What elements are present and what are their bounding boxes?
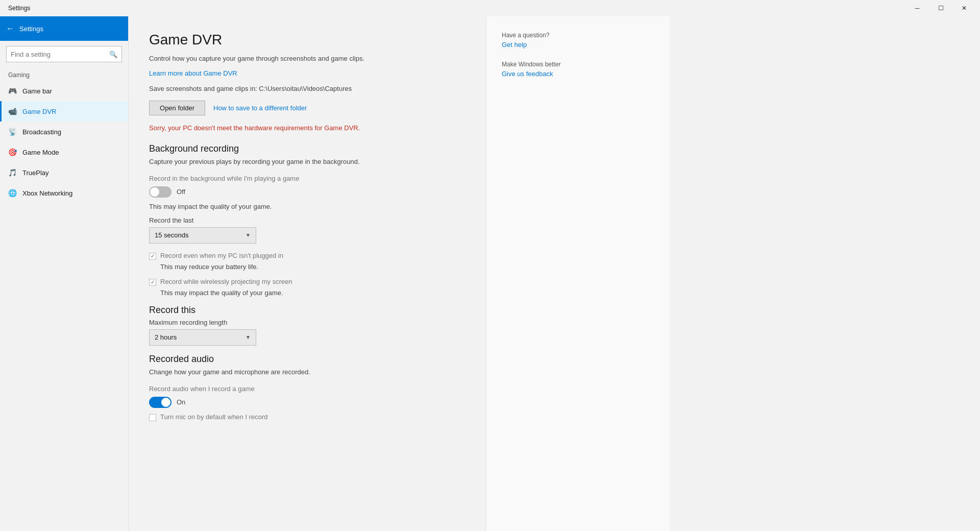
sidebar: ← Settings 🔍 Gaming 🎮 Game bar 📹 Game DV… bbox=[0, 16, 129, 531]
feedback-link[interactable]: Give us feedback bbox=[502, 70, 654, 78]
page-description: Control how you capture your game throug… bbox=[149, 54, 465, 63]
title-bar-controls: ─ ☐ ✕ bbox=[905, 0, 976, 16]
sidebar-item-game-mode[interactable]: 🎯 Game Mode bbox=[0, 142, 128, 162]
not-plugged-label: Record even when my PC isn't plugged in bbox=[160, 252, 283, 259]
broadcasting-icon: 📡 bbox=[8, 128, 16, 136]
save-path: Save screenshots and game clips in: C:\U… bbox=[149, 84, 465, 93]
folder-actions: Open folder How to save to a different f… bbox=[149, 101, 465, 115]
recorded-audio-title: Recorded audio bbox=[149, 354, 465, 365]
game-dvr-icon: 📹 bbox=[8, 107, 16, 115]
search-area: 🔍 bbox=[0, 41, 128, 67]
game-mode-icon: 🎯 bbox=[8, 148, 16, 156]
open-folder-button[interactable]: Open folder bbox=[149, 101, 205, 115]
back-button[interactable]: ← Settings bbox=[0, 16, 128, 41]
max-length-value: 2 hours bbox=[155, 333, 177, 341]
sidebar-item-label-game-mode: Game Mode bbox=[22, 149, 59, 156]
sidebar-item-game-dvr[interactable]: 📹 Game DVR bbox=[0, 101, 128, 122]
record-last-dropdown[interactable]: 15 seconds ▼ bbox=[149, 227, 256, 244]
sidebar-item-trueplay[interactable]: 🎵 TruePlay bbox=[0, 162, 128, 183]
search-icon: 🔍 bbox=[109, 51, 117, 58]
sidebar-item-label-xbox-networking: Xbox Networking bbox=[22, 189, 72, 197]
search-input[interactable] bbox=[11, 51, 109, 58]
record-audio-toggle-state: On bbox=[177, 398, 185, 406]
record-this-section: Record this Maximum recording length 2 h… bbox=[149, 305, 465, 346]
sidebar-item-xbox-networking[interactable]: 🌐 Xbox Networking bbox=[0, 183, 128, 203]
record-audio-toggle[interactable] bbox=[149, 397, 172, 408]
back-label: Settings bbox=[19, 25, 43, 33]
not-plugged-checkbox[interactable]: ✓ bbox=[149, 253, 156, 260]
record-this-title: Record this bbox=[149, 305, 465, 316]
title-bar-title: Settings bbox=[8, 5, 905, 12]
not-plugged-note: This may reduce your battery life. bbox=[160, 263, 465, 271]
wirelessly-note: This may impact the quality of your game… bbox=[160, 289, 465, 297]
background-toggle-label: Record in the background while I'm playi… bbox=[149, 175, 465, 182]
get-help-link[interactable]: Get help bbox=[502, 41, 654, 49]
max-length-chevron-icon: ▼ bbox=[246, 334, 251, 340]
record-audio-toggle-label: Record audio when I record a game bbox=[149, 385, 465, 393]
max-length-label: Maximum recording length bbox=[149, 319, 465, 326]
background-toggle-row: Off bbox=[149, 186, 465, 198]
record-last-label: Record the last bbox=[149, 216, 465, 224]
trueplay-icon: 🎵 bbox=[8, 168, 16, 177]
background-impact-note: This may impact the quality of your game… bbox=[149, 203, 465, 210]
background-recording-title: Background recording bbox=[149, 143, 465, 154]
not-plugged-row: ✓ Record even when my PC isn't plugged i… bbox=[149, 252, 465, 260]
how-to-save-link[interactable]: How to save to a different folder bbox=[213, 104, 307, 112]
sidebar-item-label-game-bar: Game bar bbox=[22, 87, 52, 95]
record-audio-toggle-row: On bbox=[149, 397, 465, 408]
record-last-chevron-icon: ▼ bbox=[246, 232, 251, 238]
recorded-audio-section: Recorded audio Change how your game and … bbox=[149, 354, 465, 421]
recorded-audio-desc: Change how your game and microphone are … bbox=[149, 368, 465, 377]
background-toggle-state: Off bbox=[177, 188, 185, 196]
close-button[interactable]: ✕ bbox=[952, 0, 976, 16]
title-bar: Settings ─ ☐ ✕ bbox=[0, 0, 980, 16]
content-area: Game DVR Control how you capture your ga… bbox=[129, 16, 486, 531]
background-toggle[interactable] bbox=[149, 186, 172, 198]
wirelessly-checkbox[interactable]: ✓ bbox=[149, 279, 156, 286]
wirelessly-label: Record while wirelessly projecting my sc… bbox=[160, 278, 292, 285]
hardware-error-text: Sorry, your PC doesn't meet the hardware… bbox=[149, 124, 465, 133]
maximize-button[interactable]: ☐ bbox=[929, 0, 952, 16]
game-bar-icon: 🎮 bbox=[8, 87, 16, 95]
sidebar-section-label: Gaming bbox=[0, 67, 128, 81]
page-title: Game DVR bbox=[149, 32, 465, 48]
max-length-dropdown[interactable]: 2 hours ▼ bbox=[149, 329, 256, 346]
sidebar-item-label-game-dvr: Game DVR bbox=[22, 108, 56, 115]
learn-more-link[interactable]: Learn more about Game DVR bbox=[149, 69, 465, 77]
right-panel: Have a question? Get help Make Windows b… bbox=[486, 16, 670, 531]
record-last-value: 15 seconds bbox=[155, 231, 189, 239]
wirelessly-row: ✓ Record while wirelessly projecting my … bbox=[149, 278, 465, 286]
minimize-button[interactable]: ─ bbox=[905, 0, 929, 16]
app-container: ← Settings 🔍 Gaming 🎮 Game bar 📹 Game DV… bbox=[0, 16, 980, 531]
sidebar-item-label-broadcasting: Broadcasting bbox=[22, 128, 61, 136]
make-better-label: Make Windows better bbox=[502, 61, 654, 68]
xbox-networking-icon: 🌐 bbox=[8, 189, 16, 197]
question-label: Have a question? bbox=[502, 32, 654, 39]
main-content: Game DVR Control how you capture your ga… bbox=[129, 16, 980, 531]
sidebar-item-label-trueplay: TruePlay bbox=[22, 169, 49, 177]
search-box[interactable]: 🔍 bbox=[6, 46, 122, 62]
turn-mic-row: Turn mic on by default when I record bbox=[149, 413, 465, 421]
back-arrow-icon: ← bbox=[6, 24, 14, 33]
turn-mic-label: Turn mic on by default when I record bbox=[160, 413, 268, 421]
turn-mic-checkbox[interactable] bbox=[149, 414, 156, 421]
sidebar-item-game-bar[interactable]: 🎮 Game bar bbox=[0, 81, 128, 101]
background-recording-desc: Capture your previous plays by recording… bbox=[149, 157, 465, 166]
sidebar-item-broadcasting[interactable]: 📡 Broadcasting bbox=[0, 122, 128, 142]
